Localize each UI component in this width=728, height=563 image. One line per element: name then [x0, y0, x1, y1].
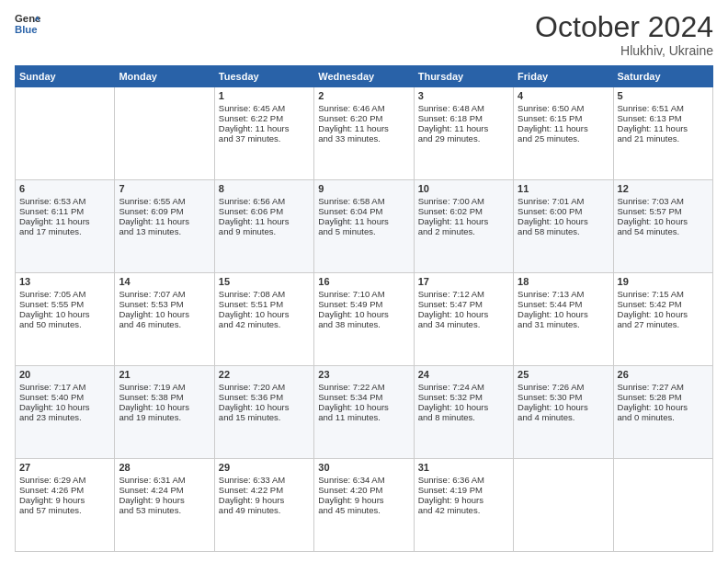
- day-info-line: Sunrise: 7:12 AM: [418, 289, 509, 299]
- day-info-line: Sunset: 5:49 PM: [318, 299, 409, 309]
- logo: General Blue: [15, 11, 40, 37]
- table-row: 26Sunrise: 7:27 AMSunset: 5:28 PMDayligh…: [613, 366, 712, 459]
- table-row: 10Sunrise: 7:00 AMSunset: 6:02 PMDayligh…: [414, 180, 513, 273]
- day-number: 29: [219, 462, 310, 473]
- day-info-line: Sunrise: 7:20 AM: [219, 382, 310, 392]
- day-info-line: Sunrise: 7:24 AM: [418, 382, 509, 392]
- col-saturday: Saturday: [613, 66, 712, 87]
- table-row: 20Sunrise: 7:17 AMSunset: 5:40 PMDayligh…: [16, 366, 115, 459]
- day-info-line: Daylight: 10 hours: [618, 309, 709, 319]
- day-info-line: Daylight: 9 hours: [418, 495, 509, 505]
- table-row: 19Sunrise: 7:15 AMSunset: 5:42 PMDayligh…: [613, 273, 712, 366]
- day-info-line: Sunset: 5:32 PM: [418, 392, 509, 402]
- day-info-line: Sunset: 6:04 PM: [318, 206, 409, 216]
- day-info-line: Sunset: 5:55 PM: [19, 299, 110, 309]
- table-row: 6Sunrise: 6:53 AMSunset: 6:11 PMDaylight…: [16, 180, 115, 273]
- day-number: 30: [318, 462, 409, 473]
- day-info-line: Daylight: 9 hours: [119, 495, 210, 505]
- day-info-line: Daylight: 11 hours: [19, 216, 110, 226]
- day-info-line: Sunset: 4:19 PM: [418, 485, 509, 495]
- day-info-line: Sunset: 4:20 PM: [318, 485, 409, 495]
- table-row: 17Sunrise: 7:12 AMSunset: 5:47 PMDayligh…: [414, 273, 513, 366]
- day-number: 6: [19, 183, 110, 194]
- day-info-line: Sunrise: 7:01 AM: [518, 196, 609, 206]
- day-info-line: Sunset: 6:02 PM: [418, 206, 509, 216]
- day-info-line: Sunrise: 6:34 AM: [318, 475, 409, 485]
- day-info-line: and 37 minutes.: [219, 133, 310, 144]
- day-info-line: and 23 minutes.: [19, 412, 110, 422]
- day-info-line: Sunrise: 6:50 AM: [518, 103, 609, 113]
- table-row: 24Sunrise: 7:24 AMSunset: 5:32 PMDayligh…: [414, 366, 513, 459]
- day-info-line: Daylight: 11 hours: [219, 216, 310, 226]
- day-number: 18: [518, 276, 609, 287]
- col-sunday: Sunday: [16, 66, 115, 87]
- day-info-line: Sunrise: 6:56 AM: [219, 196, 310, 206]
- day-info-line: and 38 minutes.: [318, 319, 409, 329]
- day-info-line: Daylight: 10 hours: [119, 402, 210, 412]
- day-info-line: Daylight: 10 hours: [518, 402, 609, 412]
- day-number: 9: [318, 183, 409, 194]
- day-info-line: and 33 minutes.: [318, 133, 409, 144]
- day-info-line: Daylight: 11 hours: [518, 123, 609, 133]
- day-info-line: Sunset: 6:13 PM: [618, 113, 709, 123]
- day-info-line: and 5 minutes.: [318, 226, 409, 236]
- day-number: 10: [418, 183, 509, 194]
- day-info-line: Sunset: 5:34 PM: [318, 392, 409, 402]
- table-row: 22Sunrise: 7:20 AMSunset: 5:36 PMDayligh…: [214, 366, 313, 459]
- day-info-line: Sunset: 4:26 PM: [19, 485, 110, 495]
- day-info-line: Sunset: 6:00 PM: [518, 206, 609, 216]
- table-row: 25Sunrise: 7:26 AMSunset: 5:30 PMDayligh…: [514, 366, 613, 459]
- day-number: 19: [618, 276, 709, 287]
- day-info-line: Daylight: 10 hours: [618, 402, 709, 412]
- day-info-line: Daylight: 10 hours: [318, 309, 409, 319]
- day-info-line: Daylight: 11 hours: [219, 123, 310, 133]
- day-info-line: and 15 minutes.: [219, 412, 310, 422]
- day-info-line: and 53 minutes.: [119, 505, 210, 515]
- day-info-line: Sunrise: 6:36 AM: [418, 475, 509, 485]
- title-block: October 2024 Hlukhiv, Ukraine: [535, 11, 713, 58]
- header: General Blue October 2024 Hlukhiv, Ukrai…: [15, 11, 713, 58]
- day-info-line: Sunset: 5:42 PM: [618, 299, 709, 309]
- day-info-line: Sunrise: 7:26 AM: [518, 382, 609, 392]
- day-info-line: Sunrise: 6:51 AM: [618, 103, 709, 113]
- day-info-line: Sunrise: 7:05 AM: [19, 289, 110, 299]
- day-info-line: Sunrise: 7:08 AM: [219, 289, 310, 299]
- day-number: 4: [518, 90, 609, 101]
- table-row: 2Sunrise: 6:46 AMSunset: 6:20 PMDaylight…: [314, 87, 414, 180]
- day-info-line: Sunset: 6:15 PM: [518, 113, 609, 123]
- day-number: 27: [19, 462, 110, 473]
- day-info-line: Sunset: 6:06 PM: [219, 206, 310, 216]
- day-info-line: Daylight: 10 hours: [618, 216, 709, 226]
- day-info-line: Sunset: 5:57 PM: [618, 206, 709, 216]
- table-row: 31Sunrise: 6:36 AMSunset: 4:19 PMDayligh…: [414, 459, 513, 552]
- day-number: 2: [318, 90, 409, 101]
- col-thursday: Thursday: [414, 66, 513, 87]
- day-info-line: Sunset: 6:11 PM: [19, 206, 110, 216]
- day-info-line: Sunset: 5:40 PM: [19, 392, 110, 402]
- day-info-line: and 19 minutes.: [119, 412, 210, 422]
- day-number: 1: [219, 90, 310, 101]
- day-info-line: Daylight: 11 hours: [119, 216, 210, 226]
- day-info-line: Sunrise: 6:46 AM: [318, 103, 409, 113]
- day-info-line: Sunrise: 6:55 AM: [119, 196, 210, 206]
- day-info-line: and 11 minutes.: [318, 412, 409, 422]
- day-info-line: and 46 minutes.: [119, 319, 210, 329]
- day-info-line: Sunrise: 7:00 AM: [418, 196, 509, 206]
- day-info-line: and 29 minutes.: [418, 133, 509, 144]
- day-info-line: Sunset: 6:18 PM: [418, 113, 509, 123]
- day-number: 23: [318, 369, 409, 380]
- day-number: 5: [618, 90, 709, 101]
- day-info-line: Daylight: 10 hours: [219, 402, 310, 412]
- table-row: [613, 459, 712, 552]
- day-info-line: Daylight: 10 hours: [19, 309, 110, 319]
- day-info-line: Sunrise: 6:45 AM: [219, 103, 310, 113]
- day-info-line: Daylight: 10 hours: [518, 309, 609, 319]
- day-number: 31: [418, 462, 509, 473]
- day-info-line: Daylight: 10 hours: [119, 309, 210, 319]
- table-row: 23Sunrise: 7:22 AMSunset: 5:34 PMDayligh…: [314, 366, 414, 459]
- day-info-line: Sunrise: 6:48 AM: [418, 103, 509, 113]
- day-info-line: Daylight: 10 hours: [318, 402, 409, 412]
- day-number: 22: [219, 369, 310, 380]
- day-info-line: and 21 minutes.: [618, 133, 709, 144]
- day-info-line: Daylight: 11 hours: [318, 123, 409, 133]
